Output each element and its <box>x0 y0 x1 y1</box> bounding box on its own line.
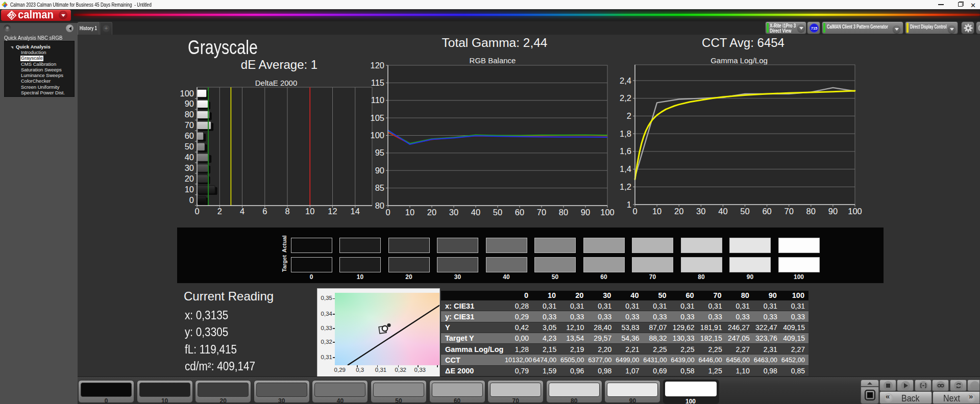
svg-text:100: 100 <box>370 131 384 140</box>
svg-text:2,4: 2,4 <box>620 76 631 85</box>
svg-text:40: 40 <box>471 208 480 217</box>
svg-text:80: 80 <box>806 207 816 216</box>
svg-text:14: 14 <box>351 207 360 216</box>
svg-text:10: 10 <box>652 207 662 216</box>
svg-text:1,6: 1,6 <box>620 146 631 156</box>
svg-text:80: 80 <box>375 201 384 210</box>
svg-text:20: 20 <box>185 174 194 183</box>
svg-text:4: 4 <box>240 207 244 216</box>
svg-text:50: 50 <box>740 207 749 216</box>
svg-text:50: 50 <box>185 142 194 151</box>
svg-text:95: 95 <box>375 148 384 157</box>
svg-text:1: 1 <box>627 200 631 209</box>
svg-text:0: 0 <box>385 208 390 217</box>
svg-text:115: 115 <box>371 78 384 87</box>
svg-text:90: 90 <box>375 166 384 175</box>
svg-text:60: 60 <box>762 207 771 216</box>
svg-text:70: 70 <box>537 208 546 217</box>
svg-text:2,2: 2,2 <box>620 93 631 103</box>
svg-text:80: 80 <box>185 110 194 119</box>
svg-text:20: 20 <box>674 207 683 216</box>
svg-text:60: 60 <box>515 208 524 217</box>
svg-text:1,2: 1,2 <box>620 182 631 191</box>
svg-text:0: 0 <box>194 207 199 216</box>
svg-text:10: 10 <box>185 185 194 194</box>
svg-text:120: 120 <box>370 61 384 70</box>
svg-text:80: 80 <box>559 208 568 217</box>
svg-text:6: 6 <box>262 207 267 216</box>
svg-text:30: 30 <box>696 207 705 216</box>
svg-text:70: 70 <box>185 120 194 130</box>
svg-text:110: 110 <box>371 95 384 105</box>
svg-text:20: 20 <box>427 208 436 217</box>
svg-text:30: 30 <box>185 163 194 172</box>
svg-text:0: 0 <box>632 207 637 216</box>
svg-text:100: 100 <box>600 208 615 217</box>
svg-text:1,8: 1,8 <box>620 129 631 138</box>
svg-text:10: 10 <box>305 207 314 216</box>
svg-text:40: 40 <box>718 207 727 216</box>
svg-text:70: 70 <box>785 207 794 216</box>
svg-text:90: 90 <box>581 208 590 217</box>
svg-text:90: 90 <box>185 99 194 108</box>
svg-text:100: 100 <box>848 207 862 216</box>
svg-text:2: 2 <box>627 111 631 120</box>
svg-text:10: 10 <box>405 208 414 217</box>
svg-text:100: 100 <box>180 89 194 98</box>
svg-text:1,4: 1,4 <box>620 164 631 173</box>
svg-text:85: 85 <box>375 183 384 192</box>
svg-text:12: 12 <box>328 207 337 216</box>
svg-text:8: 8 <box>285 207 289 216</box>
svg-text:90: 90 <box>828 207 838 216</box>
svg-text:40: 40 <box>185 153 194 162</box>
svg-text:2: 2 <box>217 207 222 216</box>
svg-text:50: 50 <box>493 208 502 217</box>
svg-text:30: 30 <box>449 208 458 217</box>
svg-text:60: 60 <box>185 131 194 140</box>
svg-text:0: 0 <box>189 195 194 205</box>
svg-text:105: 105 <box>370 113 384 122</box>
